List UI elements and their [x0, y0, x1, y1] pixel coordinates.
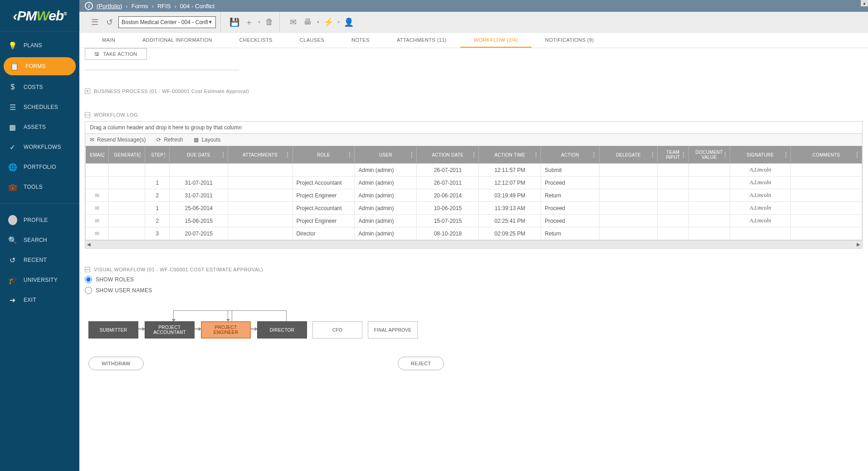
expand-icon[interactable]: + [85, 88, 90, 94]
sidebar-item-portfolio[interactable]: 🌐PORTFOLIO [0, 157, 79, 177]
sidebar-item-search[interactable]: 🔍SEARCH [0, 230, 79, 250]
wf-node-submitter[interactable]: SUBMITTER [88, 321, 138, 339]
print-icon[interactable]: 🖶 [302, 17, 313, 28]
tab-main[interactable]: MAIN [88, 33, 129, 48]
sidebar-item-tools[interactable]: 💼TOOLS [0, 177, 79, 197]
column-menu-icon[interactable]: ⋮ [783, 152, 789, 158]
sidebar-item-profile[interactable]: PROFILE [0, 210, 79, 230]
column-menu-icon[interactable]: ⋮ [471, 152, 477, 158]
sidebar-item-schedules[interactable]: ☰SCHEDULES [0, 97, 79, 117]
radio-input[interactable] [85, 276, 92, 283]
breadcrumb-root[interactable]: (Portfolio) [97, 3, 122, 10]
resend-button[interactable]: ✉Resend Message(s) [90, 137, 146, 143]
list-icon[interactable]: ☰ [89, 17, 100, 28]
column-menu-icon[interactable]: ⋮ [220, 152, 226, 158]
withdraw-button[interactable]: WITHDRAW [88, 357, 144, 370]
sidebar-item-workflows[interactable]: ✓WORKFLOWS [0, 137, 79, 157]
wf-node-final[interactable]: FINAL APPROVE [368, 321, 418, 339]
col-header[interactable]: DELEGATE⋮ [599, 146, 657, 164]
col-header[interactable]: ATTACHMENTS⋮ [228, 146, 293, 164]
mail-icon[interactable]: ✉ [95, 218, 99, 224]
wf-node-engineer[interactable]: PROJECT ENGINEER [201, 321, 251, 339]
col-header[interactable]: ACTION DATE⋮ [417, 146, 479, 164]
col-header[interactable]: STEP⋮ [145, 146, 170, 164]
grid-group-drop[interactable]: Drag a column header and drop it here to… [85, 122, 862, 134]
table-row[interactable]: ✉125-06-2014Project AccountantAdmin (adm… [86, 202, 862, 215]
col-header[interactable]: TEAM INPUT⋮ [658, 146, 688, 164]
collapse-icon[interactable]: — [85, 267, 90, 272]
layouts-button[interactable]: ▦Layouts [194, 137, 220, 143]
delete-icon[interactable]: 🗑 [264, 17, 275, 28]
column-menu-icon[interactable]: ⋮ [285, 152, 290, 158]
col-header[interactable]: ACTION TIME⋮ [479, 146, 541, 164]
tab-attachments-11-[interactable]: ATTACHMENTS (11) [383, 33, 460, 48]
column-menu-icon[interactable]: ⋮ [854, 152, 860, 158]
col-header[interactable]: DOCUMENT VALUE⋮ [688, 146, 730, 164]
tab-notes[interactable]: NOTES [338, 33, 383, 48]
sidebar-item-forms[interactable]: 📋FORMS [4, 57, 76, 75]
radio-input[interactable] [85, 287, 92, 294]
user-icon[interactable]: 👤 [343, 17, 354, 28]
tab-additional-information[interactable]: ADDITIONAL INFORMATION [129, 33, 226, 48]
sidebar-item-assets[interactable]: ▦ASSETS [0, 117, 79, 137]
tab-workflow-2-4-[interactable]: WORKFLOW (2/4) [460, 33, 532, 48]
scroll-right-icon[interactable]: ▶ [857, 242, 860, 247]
horizontal-scrollbar[interactable]: ◀ ▶ [85, 240, 862, 248]
column-menu-icon[interactable]: ⋮ [409, 152, 414, 158]
show-users-radio[interactable]: SHOW USER NAMES [85, 287, 863, 294]
col-header[interactable]: ACTION⋮ [541, 146, 599, 164]
col-header[interactable]: COMMENTS⋮ [790, 146, 862, 164]
take-action-button[interactable]: 🖫 TAKE ACTION [85, 48, 147, 60]
bolt-icon[interactable]: ⚡ [323, 17, 334, 28]
history-icon[interactable]: ↺ [104, 17, 115, 28]
wf-node-accountant[interactable]: PROJECT ACCOUNTANT [145, 321, 195, 339]
table-row[interactable]: ✉231-07-2011Project EngineerAdmin (admin… [86, 189, 862, 202]
mail-icon[interactable]: ✉ [95, 205, 99, 211]
table-row[interactable]: ✉215-06-2015Project EngineerAdmin (admin… [86, 215, 862, 227]
tab-checklists[interactable]: CHECKLISTS [226, 33, 286, 48]
tab-clauses[interactable]: CLAUSES [286, 33, 338, 48]
sidebar-item-university[interactable]: 🎓UNIVERSITY [0, 270, 79, 290]
column-menu-icon[interactable]: ⋮ [162, 152, 167, 158]
sidebar-item-exit[interactable]: ➜EXIT [0, 290, 79, 310]
mail-icon[interactable]: ✉ [288, 17, 299, 28]
sidebar-item-recent[interactable]: ↺RECENT [0, 250, 79, 270]
table-row[interactable]: ✉320-07-2015DirectorAdmin (admin)08-10-2… [86, 227, 862, 240]
column-menu-icon[interactable]: ⋮ [650, 152, 655, 158]
column-menu-icon[interactable]: ⋮ [347, 152, 352, 158]
record-selector[interactable]: Boston Medical Center - 004 - Confl▼ [118, 16, 216, 28]
col-header[interactable]: EMAIL⋮ [86, 146, 109, 164]
sidebar-item-costs[interactable]: $COSTS [0, 77, 79, 97]
col-header[interactable]: DUE DATE⋮ [170, 146, 228, 164]
col-header[interactable]: ROLE⋮ [293, 146, 355, 164]
column-menu-icon[interactable]: ⋮ [533, 152, 539, 158]
col-header[interactable]: GENERATE⋮ [109, 146, 145, 164]
mail-icon[interactable]: ✉ [95, 192, 99, 199]
collapse-icon[interactable]: — [85, 112, 90, 118]
wf-node-cfo[interactable]: CFO [312, 321, 362, 339]
save-icon[interactable]: 💾 [229, 17, 240, 28]
col-header[interactable]: SIGNATURE⋮ [730, 146, 790, 164]
table-row[interactable]: 131-07-2011Project AccountantAdmin (admi… [86, 177, 862, 189]
sidebar-item-plans[interactable]: 💡PLANS [0, 35, 79, 55]
scroll-up-icon[interactable]: ▲ [861, 0, 868, 6]
column-menu-icon[interactable]: ⋮ [591, 152, 597, 158]
col-header[interactable]: USER⋮ [355, 146, 417, 164]
reject-button[interactable]: REJECT [398, 357, 444, 370]
column-menu-icon[interactable]: ⋮ [101, 152, 107, 158]
add-icon[interactable]: ＋ [244, 17, 254, 28]
show-roles-radio[interactable]: SHOW ROLES [85, 276, 863, 283]
table-row[interactable]: Admin (admin)26-07-201112:11:57 PMSubmit… [86, 164, 862, 177]
column-menu-icon[interactable]: ⋮ [722, 152, 728, 158]
section-visual-workflow[interactable]: — VISUAL WORKFLOW (01 - WF-C00001 COST E… [85, 267, 863, 272]
scroll-left-icon[interactable]: ◀ [87, 242, 91, 247]
column-menu-icon[interactable]: ⋮ [137, 152, 143, 158]
refresh-button[interactable]: ⟳Refresh [156, 137, 183, 143]
section-business-process[interactable]: + BUSINESS PROCESS (01 - WF-000001 Cost … [85, 88, 863, 94]
column-menu-icon[interactable]: ⋮ [681, 152, 686, 158]
info-icon[interactable]: i [85, 2, 93, 10]
tab-notifications-9-[interactable]: NOTIFICATIONS (9) [532, 33, 607, 48]
mail-icon[interactable]: ✉ [95, 231, 99, 237]
section-workflow-log[interactable]: — WORKFLOW LOG [85, 112, 863, 118]
wf-node-director[interactable]: DIRECTOR [257, 321, 307, 339]
